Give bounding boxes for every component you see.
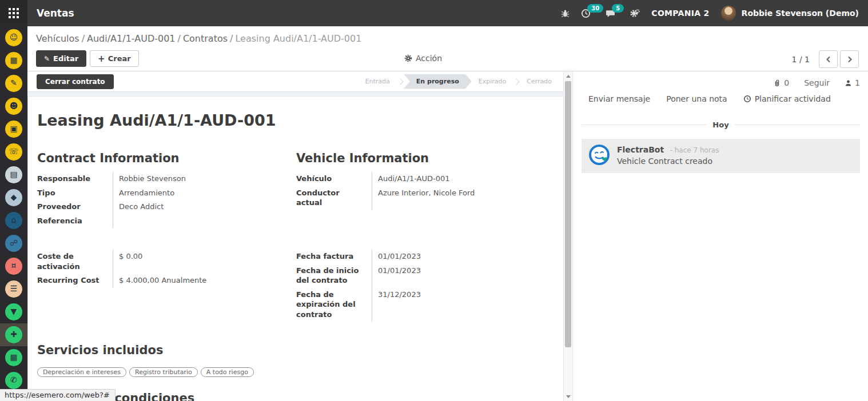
crm-icon: ▼ [5, 303, 22, 320]
stage-separator [397, 78, 403, 85]
message-author[interactable]: FlectraBot [617, 145, 664, 154]
settings-gears-icon[interactable] [630, 9, 640, 18]
scrollbar-thumb[interactable] [565, 81, 571, 347]
log-note-button[interactable]: Poner una nota [666, 94, 727, 103]
user-avatar[interactable] [721, 6, 736, 21]
messages-chat-icon[interactable]: 5 [606, 9, 615, 18]
plus-icon: + [98, 56, 105, 62]
contacts-icon: ☺ [5, 29, 22, 46]
chatter-actions: Enviar mensaje Poner una nota Planificar… [588, 94, 831, 103]
sidebar-app-calendar[interactable]: ▦ [0, 49, 27, 72]
sidebar-app-contacts[interactable]: ☺ [0, 26, 27, 49]
activity-clock-icon [743, 95, 751, 103]
breadcrumb-separator: / [176, 33, 183, 44]
activities-badge: 30 [587, 4, 603, 13]
field-value: 31/12/2023 [372, 288, 555, 322]
sidebar-app-support[interactable]: ✆ [0, 369, 27, 392]
send-message-label: Enviar mensaje [588, 94, 650, 103]
stage-en-progreso[interactable]: En progreso [404, 74, 472, 89]
sidebar-app-inventory[interactable]: ☰ [0, 278, 27, 300]
vehicle-info-fields: VehículoAudi/A1/1-AUD-001Conductor actua… [296, 172, 555, 210]
message-time: - hace 7 horas [670, 146, 719, 154]
top-navbar: Ventas 30 5 COMPANIA 2 Robbie Stevenson … [0, 0, 868, 26]
chevron-left-icon [826, 56, 831, 63]
send-message-button[interactable]: Enviar mensaje [588, 94, 650, 103]
stage-entrada[interactable]: Entrada [359, 74, 397, 89]
sidebar-app-fleet[interactable]: ◆ [0, 186, 27, 209]
edit-button[interactable]: ✎ Editar [36, 50, 86, 67]
apps-menu-button[interactable] [0, 0, 27, 26]
message-body: Vehicle Contract creado [617, 157, 719, 166]
schedule-activity-label: Planificar actividad [755, 94, 831, 103]
breadcrumb-link[interactable]: Vehículos [36, 33, 79, 44]
field-label: Recurring Cost [37, 274, 113, 288]
inventory-icon: ☰ [5, 280, 22, 298]
stage-expirado[interactable]: Expirado [472, 74, 513, 89]
create-button[interactable]: + Crear [90, 50, 139, 67]
sidebar-app-helpdesk[interactable]: ▣ [0, 118, 27, 141]
sidebar-app-accounting[interactable]: ▦ [0, 346, 27, 369]
cost-fields: Coste de activación$ 0.00Recurring Cost$… [37, 250, 287, 288]
employees-icon: ☻ [5, 98, 22, 115]
user-menu[interactable]: Robbie Stevenson (Demo) [742, 9, 859, 18]
company-switcher[interactable]: COMPANIA 2 [651, 9, 709, 18]
date-divider-label: Hoy [707, 121, 734, 129]
stage-cerrado[interactable]: Cerrado [520, 74, 559, 89]
field-label: Responsable [37, 172, 113, 186]
breadcrumb-link[interactable]: Contratos [183, 33, 228, 44]
scroll-up-icon[interactable] [564, 72, 572, 80]
section-heading-vehicle-info: Vehicle Information [296, 151, 429, 165]
chatter-panel: 0 Seguir 1 Enviar mensaje Poner una nota… [574, 71, 868, 401]
activities-clock-icon[interactable]: 30 [581, 9, 591, 18]
field-value: $ 4.000,00 Anualmente [113, 274, 287, 288]
create-button-label: Crear [108, 54, 131, 63]
sidebar-app-employees[interactable]: ☻ [0, 95, 27, 118]
pager: 1 / 1 [792, 50, 859, 68]
main-scrollbar[interactable] [563, 71, 573, 401]
follow-button[interactable]: Seguir [804, 78, 830, 87]
breadcrumb-current: Leasing Audi/A1/1-AUD-001 [235, 33, 361, 44]
sidebar-app-discuss[interactable]: ☏ [0, 141, 27, 163]
sidebar-app-knowledge[interactable]: ▤ [0, 163, 27, 186]
field-label: Tipo [37, 186, 113, 201]
control-panel: Vehículos/Audi/A1/1-AUD-001/Contratos/Le… [27, 26, 868, 71]
debug-bug-icon[interactable] [561, 9, 570, 18]
field-label: Fecha de inicio del contrato [296, 264, 372, 288]
service-tag: Depreciación e intereses [37, 367, 126, 377]
sidebar-app-purchase[interactable]: ¤ [0, 255, 27, 278]
field-label: Fecha factura [296, 250, 372, 264]
attachments-count: 0 [784, 78, 789, 87]
schedule-activity-button[interactable]: Planificar actividad [743, 94, 831, 103]
followers-button[interactable]: 1 [845, 78, 860, 87]
calendar-icon: ▦ [5, 52, 22, 69]
attachments-button[interactable]: 0 [773, 78, 789, 87]
elearning-icon: ⌂ [5, 212, 22, 229]
breadcrumb: Vehículos/Audi/A1/1-AUD-001/Contratos/Le… [36, 33, 361, 44]
action-menu-button[interactable]: Acción [404, 54, 442, 63]
sidebar-app-elearning[interactable]: ⌂ [0, 209, 27, 232]
breadcrumb-link[interactable]: Audi/A1/1-AUD-001 [87, 33, 175, 44]
field-value: Robbie Stevenson [113, 172, 287, 186]
field-label: Conductor actual [296, 186, 372, 210]
field-value: Azure Interior, Nicole Ford [372, 186, 555, 210]
contract-info-fields: ResponsableRobbie StevensonTipoArrendami… [37, 172, 287, 228]
purchase-icon: ¤ [5, 258, 22, 275]
pager-prev-button[interactable] [819, 50, 838, 68]
sidebar-app-crm[interactable]: ▼ [0, 300, 27, 323]
sidebar-app-organization[interactable]: ☍ [0, 232, 27, 255]
action-menu-label: Acción [416, 54, 442, 63]
paperclip-icon [773, 79, 781, 87]
close-contract-button[interactable]: Cerrar contrato [37, 74, 114, 89]
field-label: Proveedor [37, 200, 113, 214]
sidebar-app-notes[interactable]: ✎ [0, 72, 27, 95]
pencil-icon: ✎ [44, 55, 50, 63]
field-label: Coste de activación [37, 250, 113, 274]
scroll-down-icon[interactable] [564, 392, 572, 400]
follower-person-icon [845, 79, 852, 87]
field-value: Audi/A1/1-AUD-001 [372, 172, 555, 186]
app-sidebar: ☺▦✎☻▣☏▤◆⌂☍¤☰▼✚▦✆ [0, 26, 27, 401]
sidebar-app-sales[interactable]: ✚ [0, 323, 27, 346]
pager-next-button[interactable] [840, 50, 859, 68]
form-sheet: Leasing Audi/A1/1-AUD-001 Contract Infor… [27, 97, 563, 400]
knowledge-icon: ▤ [5, 166, 22, 183]
